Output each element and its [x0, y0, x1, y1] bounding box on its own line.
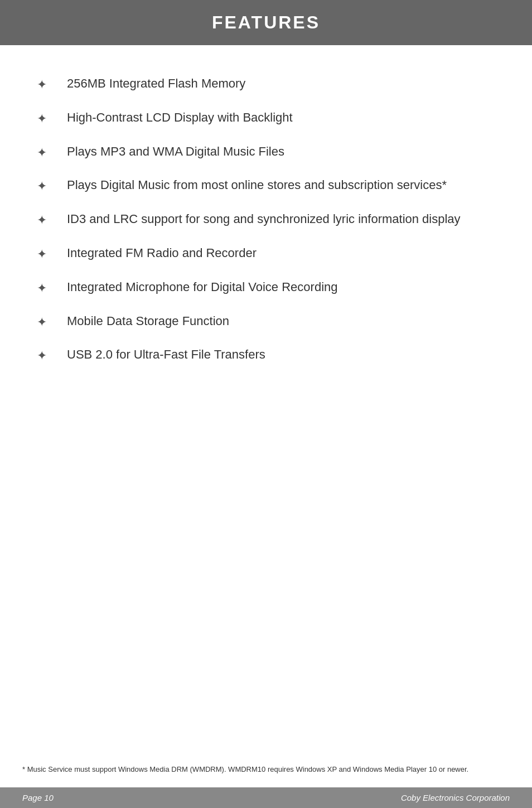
bullet-icon: ✦ [33, 110, 50, 128]
bullet-icon: ✦ [33, 212, 50, 229]
feature-text-8: Mobile Data Storage Function [67, 313, 499, 330]
bullet-icon: ✦ [33, 246, 50, 263]
features-list: ✦256MB Integrated Flash Memory✦High-Cont… [33, 67, 499, 372]
list-item: ✦Plays Digital Music from most online st… [33, 169, 499, 203]
bullet-icon: ✦ [33, 178, 50, 195]
page-title: FEATURES [22, 12, 510, 33]
bullet-icon: ✦ [33, 144, 50, 162]
feature-text-7: Integrated Microphone for Digital Voice … [67, 279, 499, 296]
footnote-area: * Music Service must support Windows Med… [22, 764, 510, 775]
page-header: FEATURES [0, 0, 532, 45]
feature-text-5: ID3 and LRC support for song and synchro… [67, 211, 499, 228]
list-item: ✦ID3 and LRC support for song and synchr… [33, 203, 499, 237]
list-item: ✦Plays MP3 and WMA Digital Music Files [33, 136, 499, 170]
feature-text-3: Plays MP3 and WMA Digital Music Files [67, 143, 499, 161]
feature-text-4: Plays Digital Music from most online sto… [67, 177, 499, 194]
bullet-icon: ✦ [33, 314, 50, 331]
list-item: ✦256MB Integrated Flash Memory [33, 67, 499, 101]
list-item: ✦USB 2.0 for Ultra-Fast File Transfers [33, 338, 499, 372]
content-area: ✦256MB Integrated Flash Memory✦High-Cont… [0, 45, 532, 439]
feature-text-2: High-Contrast LCD Display with Backlight [67, 109, 499, 127]
feature-text-9: USB 2.0 for Ultra-Fast File Transfers [67, 346, 499, 364]
list-item: ✦Integrated FM Radio and Recorder [33, 237, 499, 271]
footer-page: Page 10 [22, 793, 54, 802]
feature-text-6: Integrated FM Radio and Recorder [67, 245, 499, 262]
bullet-icon: ✦ [33, 76, 50, 94]
bullet-icon: ✦ [33, 280, 50, 297]
list-item: ✦High-Contrast LCD Display with Backligh… [33, 101, 499, 136]
footer-company: Coby Electronics Corporation [401, 793, 510, 802]
footnote-text: * Music Service must support Windows Med… [22, 764, 510, 775]
feature-text-1: 256MB Integrated Flash Memory [67, 75, 499, 93]
bullet-icon: ✦ [33, 347, 50, 365]
list-item: ✦Mobile Data Storage Function [33, 305, 499, 339]
page-footer: Page 10 Coby Electronics Corporation [0, 787, 532, 808]
list-item: ✦Integrated Microphone for Digital Voice… [33, 271, 499, 305]
